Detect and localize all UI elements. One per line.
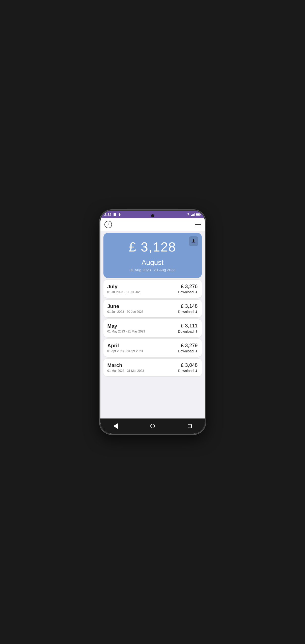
july-month-name: July <box>107 284 142 290</box>
hero-amount: £ 3,128 <box>107 239 198 255</box>
svg-rect-8 <box>200 214 201 215</box>
home-icon <box>150 424 155 428</box>
may-card-left: May 01 May 2023 - 31 May 2023 <box>107 323 145 333</box>
may-download-icon: ⬇ <box>195 329 198 333</box>
june-card[interactable]: June 01 Jun 2023 - 30 Jun 2023 £ 3,148 D… <box>103 300 202 317</box>
svg-rect-2 <box>191 215 192 216</box>
months-scroll-area: July 01 Jul 2023 - 31 Jul 2023 £ 3,276 D… <box>100 279 205 418</box>
may-download-label: Download <box>178 329 193 333</box>
may-month-name: May <box>107 323 145 329</box>
svg-rect-9 <box>191 242 195 243</box>
sim-icon <box>113 213 117 216</box>
menu-line-1 <box>195 223 201 223</box>
svg-rect-3 <box>192 214 193 216</box>
june-card-wrapper: June 01 Jun 2023 - 30 Jun 2023 £ 3,148 D… <box>103 300 202 317</box>
april-download-label: Download <box>178 349 193 353</box>
recents-icon <box>188 424 192 428</box>
april-date-range: 01 Apr 2023 - 30 Apr 2023 <box>107 349 143 353</box>
svg-rect-4 <box>193 214 194 216</box>
july-download-icon: ⬇ <box>195 290 198 294</box>
signal-icon <box>191 213 195 216</box>
july-amount: £ 3,276 <box>178 284 198 289</box>
back-icon <box>113 423 118 429</box>
svg-rect-5 <box>194 213 195 216</box>
april-month-name: April <box>107 343 143 349</box>
april-card[interactable]: April 01 Apr 2023 - 30 Apr 2023 £ 3,279 … <box>103 339 202 357</box>
march-amount: £ 3,048 <box>178 362 198 368</box>
location-icon <box>118 213 121 216</box>
march-download-label: Download <box>178 369 193 373</box>
july-card-left: July 01 Jul 2023 - 31 Jul 2023 <box>107 284 142 294</box>
app-header: i <box>100 218 205 231</box>
status-time: 2:32 <box>104 213 112 217</box>
menu-line-3 <box>195 226 201 226</box>
info-button[interactable]: i <box>104 221 112 228</box>
info-icon-text: i <box>108 222 109 227</box>
april-download-icon: ⬇ <box>195 349 198 353</box>
june-card-left: June 01 Jun 2023 - 30 Jun 2023 <box>107 303 144 314</box>
battery-icon <box>196 213 201 216</box>
may-card-right: £ 3,111 Download ⬇ <box>178 323 198 333</box>
june-amount: £ 3,148 <box>178 303 198 309</box>
april-card-left: April 01 Apr 2023 - 30 Apr 2023 <box>107 343 143 353</box>
may-card-wrapper: May 01 May 2023 - 31 May 2023 £ 3,111 Do… <box>103 319 202 337</box>
may-date-range: 01 May 2023 - 31 May 2023 <box>107 330 145 333</box>
menu-button[interactable] <box>195 223 201 226</box>
phone-frame: 2:32 <box>100 210 206 434</box>
april-card-wrapper: April 01 Apr 2023 - 30 Apr 2023 £ 3,279 … <box>103 339 202 357</box>
june-month-name: June <box>107 303 144 309</box>
nav-recents-button[interactable] <box>185 421 195 431</box>
hero-month: August <box>107 259 198 267</box>
camera-notch <box>151 214 154 217</box>
april-card-right: £ 3,279 Download ⬇ <box>178 343 198 353</box>
march-card-left: March 01 Mar 2023 - 31 Mar 2023 <box>107 362 144 373</box>
hero-download-icon <box>191 238 196 244</box>
wifi-icon <box>186 213 190 216</box>
july-card-wrapper: July 01 Jul 2023 - 31 Jul 2023 £ 3,276 D… <box>103 280 202 298</box>
may-amount: £ 3,111 <box>178 323 198 329</box>
status-icons <box>186 213 201 216</box>
june-download-label: Download <box>178 310 193 314</box>
hero-date-range: 01 Aug 2023 - 31 Aug 2023 <box>107 268 198 272</box>
phone-screen: 2:32 <box>100 211 205 434</box>
march-card-right: £ 3,048 Download ⬇ <box>178 362 198 373</box>
march-month-name: March <box>107 362 144 368</box>
july-card-right: £ 3,276 Download ⬇ <box>178 284 198 294</box>
hero-card: £ 3,128 August 01 Aug 2023 - 31 Aug 2023 <box>103 233 202 278</box>
june-download-icon: ⬇ <box>195 310 198 314</box>
july-card[interactable]: July 01 Jul 2023 - 31 Jul 2023 £ 3,276 D… <box>103 280 202 298</box>
svg-rect-0 <box>114 213 116 216</box>
svg-rect-7 <box>196 214 199 215</box>
hero-download-button[interactable] <box>189 236 198 246</box>
bottom-nav-bar <box>100 418 205 434</box>
march-download-button[interactable]: Download ⬇ <box>178 369 198 373</box>
may-card[interactable]: May 01 May 2023 - 31 May 2023 £ 3,111 Do… <box>103 319 202 337</box>
may-download-button[interactable]: Download ⬇ <box>178 329 198 333</box>
april-download-button[interactable]: Download ⬇ <box>178 349 198 353</box>
july-download-button[interactable]: Download ⬇ <box>178 290 198 294</box>
june-card-right: £ 3,148 Download ⬇ <box>178 303 198 314</box>
march-date-range: 01 Mar 2023 - 31 Mar 2023 <box>107 369 144 373</box>
march-card-wrapper: March 01 Mar 2023 - 31 Mar 2023 £ 3,048 … <box>103 359 202 376</box>
nav-back-button[interactable] <box>110 421 121 431</box>
march-download-icon: ⬇ <box>195 369 198 373</box>
april-amount: £ 3,279 <box>178 343 198 348</box>
menu-line-2 <box>195 224 201 225</box>
march-card[interactable]: March 01 Mar 2023 - 31 Mar 2023 £ 3,048 … <box>103 359 202 376</box>
july-date-range: 01 Jul 2023 - 31 Jul 2023 <box>107 290 142 294</box>
july-download-label: Download <box>178 290 193 294</box>
june-date-range: 01 Jun 2023 - 30 Jun 2023 <box>107 310 144 314</box>
june-download-button[interactable]: Download ⬇ <box>178 310 198 314</box>
nav-home-button[interactable] <box>148 421 158 431</box>
